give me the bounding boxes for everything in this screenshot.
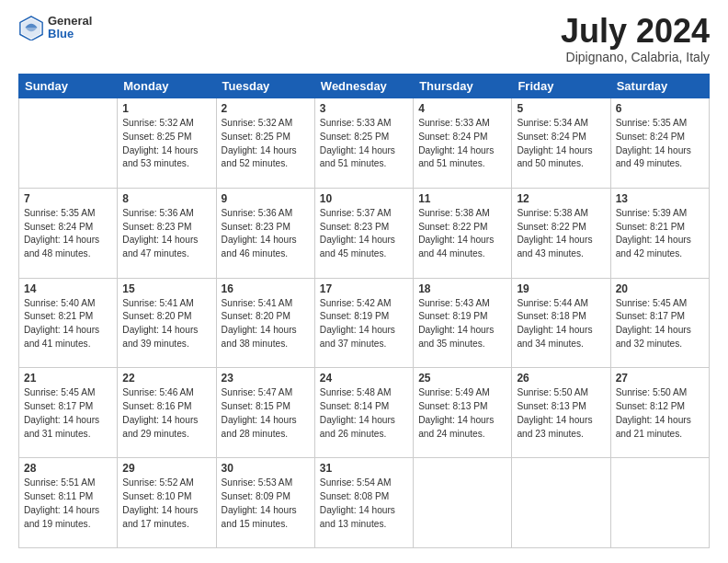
- day-number: 1: [122, 102, 210, 115]
- calendar-cell: 15Sunrise: 5:41 AM Sunset: 8:20 PM Dayli…: [118, 278, 216, 368]
- calendar-cell: 17Sunrise: 5:42 AM Sunset: 8:19 PM Dayli…: [314, 278, 413, 368]
- day-number: 16: [222, 282, 310, 295]
- calendar-cell: 6Sunrise: 5:35 AM Sunset: 8:24 PM Daylig…: [610, 98, 709, 189]
- day-info: Sunrise: 5:32 AM Sunset: 8:25 PM Dayligh…: [122, 117, 210, 171]
- day-number: 3: [320, 102, 408, 115]
- day-info: Sunrise: 5:43 AM Sunset: 8:19 PM Dayligh…: [418, 297, 506, 351]
- calendar-cell: 19Sunrise: 5:44 AM Sunset: 8:18 PM Dayli…: [512, 278, 610, 368]
- day-info: Sunrise: 5:49 AM Sunset: 8:13 PM Dayligh…: [418, 386, 506, 441]
- day-info: Sunrise: 5:42 AM Sunset: 8:19 PM Dayligh…: [320, 297, 408, 351]
- day-info: Sunrise: 5:33 AM Sunset: 8:24 PM Dayligh…: [418, 117, 506, 171]
- calendar-cell: 26Sunrise: 5:50 AM Sunset: 8:13 PM Dayli…: [512, 368, 610, 458]
- day-info: Sunrise: 5:54 AM Sunset: 8:08 PM Dayligh…: [320, 477, 408, 531]
- logo-blue: Blue: [48, 28, 92, 40]
- calendar-cell: 30Sunrise: 5:53 AM Sunset: 8:09 PM Dayli…: [216, 458, 314, 548]
- day-info: Sunrise: 5:45 AM Sunset: 8:17 PM Dayligh…: [24, 386, 112, 441]
- day-number: 30: [222, 462, 310, 475]
- calendar-cell: 27Sunrise: 5:50 AM Sunset: 8:12 PM Dayli…: [610, 368, 709, 458]
- logo-general: General: [48, 15, 92, 28]
- calendar-week-row: 1Sunrise: 5:32 AM Sunset: 8:25 PM Daylig…: [19, 98, 710, 189]
- day-info: Sunrise: 5:36 AM Sunset: 8:23 PM Dayligh…: [122, 207, 210, 261]
- day-info: Sunrise: 5:34 AM Sunset: 8:24 PM Dayligh…: [517, 117, 605, 171]
- day-number: 25: [418, 372, 506, 385]
- calendar-cell: 20Sunrise: 5:45 AM Sunset: 8:17 PM Dayli…: [610, 278, 709, 368]
- calendar-cell: [414, 458, 512, 548]
- day-info: Sunrise: 5:51 AM Sunset: 8:11 PM Dayligh…: [24, 477, 112, 531]
- title-area: July 2024 Dipignano, Calabria, Italy: [561, 15, 710, 64]
- day-info: Sunrise: 5:44 AM Sunset: 8:18 PM Dayligh…: [517, 297, 605, 351]
- col-header-friday: Friday: [512, 75, 610, 98]
- day-number: 14: [24, 282, 112, 295]
- day-info: Sunrise: 5:41 AM Sunset: 8:20 PM Dayligh…: [122, 297, 210, 351]
- calendar-cell: 16Sunrise: 5:41 AM Sunset: 8:20 PM Dayli…: [216, 278, 314, 368]
- day-number: 28: [24, 462, 112, 475]
- day-info: Sunrise: 5:52 AM Sunset: 8:10 PM Dayligh…: [122, 477, 210, 531]
- day-number: 23: [222, 372, 310, 385]
- day-number: 20: [616, 282, 704, 295]
- calendar-cell: 5Sunrise: 5:34 AM Sunset: 8:24 PM Daylig…: [512, 98, 610, 189]
- logo: General Blue: [18, 15, 92, 41]
- calendar-cell: 11Sunrise: 5:38 AM Sunset: 8:22 PM Dayli…: [414, 188, 512, 278]
- day-info: Sunrise: 5:41 AM Sunset: 8:20 PM Dayligh…: [222, 297, 310, 351]
- day-info: Sunrise: 5:50 AM Sunset: 8:13 PM Dayligh…: [517, 386, 605, 441]
- calendar-cell: 28Sunrise: 5:51 AM Sunset: 8:11 PM Dayli…: [19, 458, 118, 548]
- day-number: 10: [320, 192, 408, 205]
- calendar-cell: 25Sunrise: 5:49 AM Sunset: 8:13 PM Dayli…: [414, 368, 512, 458]
- page: General Blue July 2024 Dipignano, Calabr…: [0, 0, 728, 563]
- day-info: Sunrise: 5:35 AM Sunset: 8:24 PM Dayligh…: [616, 117, 704, 171]
- day-number: 29: [122, 462, 210, 475]
- calendar-cell: 3Sunrise: 5:33 AM Sunset: 8:25 PM Daylig…: [314, 98, 413, 189]
- day-info: Sunrise: 5:50 AM Sunset: 8:12 PM Dayligh…: [616, 386, 704, 441]
- day-number: 24: [320, 372, 408, 385]
- calendar-week-row: 21Sunrise: 5:45 AM Sunset: 8:17 PM Dayli…: [19, 368, 710, 458]
- day-number: 18: [418, 282, 506, 295]
- calendar-cell: [19, 98, 118, 189]
- col-header-wednesday: Wednesday: [314, 75, 413, 98]
- calendar-cell: 31Sunrise: 5:54 AM Sunset: 8:08 PM Dayli…: [314, 458, 413, 548]
- day-info: Sunrise: 5:40 AM Sunset: 8:21 PM Dayligh…: [24, 297, 112, 351]
- col-header-tuesday: Tuesday: [216, 75, 314, 98]
- day-number: 12: [517, 192, 605, 205]
- day-number: 5: [517, 102, 605, 115]
- day-number: 7: [24, 192, 112, 205]
- header: General Blue July 2024 Dipignano, Calabr…: [18, 15, 710, 64]
- day-number: 13: [616, 192, 704, 205]
- calendar-cell: 10Sunrise: 5:37 AM Sunset: 8:23 PM Dayli…: [314, 188, 413, 278]
- day-info: Sunrise: 5:46 AM Sunset: 8:16 PM Dayligh…: [122, 386, 210, 441]
- calendar-week-row: 28Sunrise: 5:51 AM Sunset: 8:11 PM Dayli…: [19, 458, 710, 548]
- day-info: Sunrise: 5:35 AM Sunset: 8:24 PM Dayligh…: [24, 207, 112, 261]
- day-number: 22: [122, 372, 210, 385]
- day-info: Sunrise: 5:37 AM Sunset: 8:23 PM Dayligh…: [320, 207, 408, 261]
- day-number: 26: [517, 372, 605, 385]
- day-number: 31: [320, 462, 408, 475]
- calendar-cell: [512, 458, 610, 548]
- day-number: 8: [122, 192, 210, 205]
- calendar-cell: 24Sunrise: 5:48 AM Sunset: 8:14 PM Dayli…: [314, 368, 413, 458]
- logo-text: General Blue: [48, 15, 92, 41]
- calendar-cell: [610, 458, 709, 548]
- calendar-cell: 14Sunrise: 5:40 AM Sunset: 8:21 PM Dayli…: [19, 278, 118, 368]
- day-info: Sunrise: 5:33 AM Sunset: 8:25 PM Dayligh…: [320, 117, 408, 171]
- col-header-sunday: Sunday: [19, 75, 118, 98]
- day-info: Sunrise: 5:47 AM Sunset: 8:15 PM Dayligh…: [222, 386, 310, 441]
- calendar-table: SundayMondayTuesdayWednesdayThursdayFrid…: [18, 74, 710, 548]
- calendar-week-row: 14Sunrise: 5:40 AM Sunset: 8:21 PM Dayli…: [19, 278, 710, 368]
- calendar-cell: 4Sunrise: 5:33 AM Sunset: 8:24 PM Daylig…: [414, 98, 512, 189]
- calendar-header-row: SundayMondayTuesdayWednesdayThursdayFrid…: [19, 75, 710, 98]
- calendar-cell: 8Sunrise: 5:36 AM Sunset: 8:23 PM Daylig…: [118, 188, 216, 278]
- calendar-cell: 2Sunrise: 5:32 AM Sunset: 8:25 PM Daylig…: [216, 98, 314, 189]
- logo-icon: [18, 15, 44, 40]
- calendar-cell: 22Sunrise: 5:46 AM Sunset: 8:16 PM Dayli…: [118, 368, 216, 458]
- calendar-cell: 12Sunrise: 5:38 AM Sunset: 8:22 PM Dayli…: [512, 188, 610, 278]
- col-header-thursday: Thursday: [414, 75, 512, 98]
- calendar-cell: 21Sunrise: 5:45 AM Sunset: 8:17 PM Dayli…: [19, 368, 118, 458]
- day-number: 6: [616, 102, 704, 115]
- month-year: July 2024: [561, 15, 710, 48]
- day-info: Sunrise: 5:39 AM Sunset: 8:21 PM Dayligh…: [616, 207, 704, 261]
- day-number: 27: [616, 372, 704, 385]
- day-info: Sunrise: 5:48 AM Sunset: 8:14 PM Dayligh…: [320, 386, 408, 441]
- day-info: Sunrise: 5:36 AM Sunset: 8:23 PM Dayligh…: [222, 207, 310, 261]
- calendar-cell: 13Sunrise: 5:39 AM Sunset: 8:21 PM Dayli…: [610, 188, 709, 278]
- day-number: 17: [320, 282, 408, 295]
- col-header-monday: Monday: [118, 75, 216, 98]
